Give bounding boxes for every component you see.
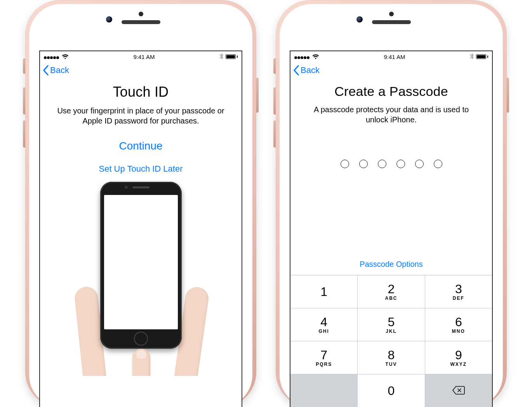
keypad-letters: PQRS [316, 362, 332, 367]
passcode-options-button[interactable]: Passcode Options [360, 260, 422, 269]
keypad-number: 0 [388, 384, 395, 397]
thumb-icon [132, 349, 150, 376]
keypad-letters: WXYZ [450, 362, 467, 367]
page-title: Touch ID [49, 84, 232, 100]
keypad-key-1[interactable]: 1 [290, 275, 357, 308]
back-label: Back [301, 65, 320, 75]
back-button[interactable]: Back [290, 62, 492, 75]
passcode-dot [434, 160, 442, 168]
signal-strength-icon [294, 54, 310, 60]
keypad-letters: MNO [452, 329, 465, 334]
keypad-letters: GHI [318, 329, 329, 334]
keypad-key-3[interactable]: 3DEF [425, 275, 492, 308]
keypad-key-2[interactable]: 2ABC [358, 275, 424, 308]
mini-phone-screen [104, 195, 178, 329]
keypad-number: 1 [320, 285, 327, 298]
keypad-key-5[interactable]: 5JKL [358, 308, 424, 341]
status-bar: 9:41 AM [40, 51, 242, 62]
passcode-dots [300, 160, 483, 168]
earpiece-speaker-icon [122, 20, 160, 24]
signal-strength-icon [44, 54, 59, 60]
keypad-delete-button[interactable] [425, 374, 492, 407]
passcode-dot [359, 160, 368, 168]
keypad-key-0[interactable]: 0 [358, 374, 424, 407]
keypad-key-6[interactable]: 6MNO [425, 308, 492, 341]
status-time: 9:41 AM [384, 54, 405, 60]
setup-later-button[interactable]: Set Up Touch ID Later [99, 164, 183, 174]
keypad-key-4[interactable]: 4GHI [290, 308, 357, 341]
backspace-icon [452, 386, 465, 396]
keypad-number: 7 [320, 349, 327, 361]
status-time: 9:41 AM [133, 54, 155, 60]
keypad-key-7[interactable]: 7PQRS [290, 341, 357, 374]
keypad-number: 4 [320, 316, 327, 328]
screen-create-passcode: 9:41 AM Back Create a Passcode A passcod… [290, 50, 493, 407]
front-camera-icon [106, 16, 112, 23]
passcode-dot [396, 160, 405, 168]
keypad-number: 9 [455, 349, 462, 361]
keypad-number: 3 [455, 283, 462, 295]
device-frame-left: 9:41 AM Back Touch ID Use your fingerpri… [25, 0, 256, 407]
device-frame-right: 9:41 AM Back Create a Passcode A passcod… [276, 0, 507, 407]
home-button-icon [134, 332, 148, 346]
back-button[interactable]: Back [40, 62, 242, 75]
front-camera-icon [356, 16, 363, 23]
earpiece-speaker-icon [372, 20, 411, 24]
wifi-icon [312, 54, 319, 59]
status-bar: 9:41 AM [290, 51, 492, 62]
passcode-dot [341, 160, 349, 168]
keypad-number: 5 [388, 316, 395, 328]
keypad-letters: TUV [385, 362, 397, 367]
page-subtitle: Use your fingerprint in place of your pa… [49, 106, 232, 126]
keypad-blank [290, 374, 357, 407]
passcode-dot [415, 160, 424, 168]
bluetooth-icon [470, 53, 474, 61]
back-label: Back [50, 65, 69, 75]
keypad-number: 8 [388, 349, 395, 361]
continue-button[interactable]: Continue [119, 140, 162, 152]
bluetooth-icon [219, 53, 223, 61]
proximity-sensor-icon [389, 12, 394, 16]
page-subtitle: A passcode protects your data and is use… [300, 104, 483, 125]
keypad-key-9[interactable]: 9WXYZ [425, 341, 492, 374]
passcode-dot [378, 160, 386, 168]
proximity-sensor-icon [139, 12, 143, 16]
keypad-letters: JKL [386, 329, 397, 334]
wifi-icon [62, 54, 69, 59]
page-title: Create a Passcode [300, 84, 483, 99]
battery-icon [476, 54, 488, 59]
touch-id-illustration [49, 182, 232, 376]
battery-icon [226, 54, 238, 59]
screen-touch-id: 9:41 AM Back Touch ID Use your fingerpri… [39, 50, 242, 407]
keypad-letters: ABC [385, 296, 397, 301]
mini-phone-icon [100, 182, 182, 349]
keypad-key-8[interactable]: 8TUV [358, 341, 424, 374]
keypad-letters: DEF [453, 296, 464, 301]
numeric-keypad: 12ABC3DEF4GHI5JKL6MNO7PQRS8TUV9WXYZ0 [290, 275, 492, 407]
keypad-number: 2 [388, 283, 395, 295]
keypad-number: 6 [455, 316, 462, 328]
